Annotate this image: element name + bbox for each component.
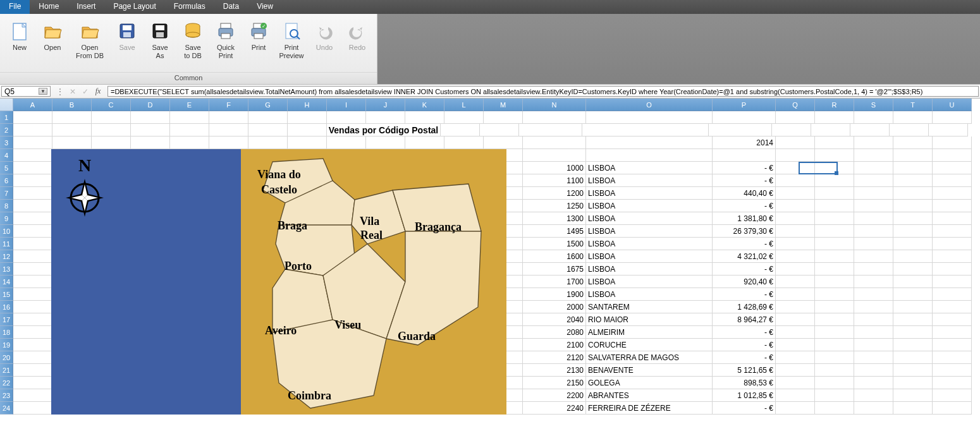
city-cell[interactable]: SANTAREM [586, 301, 713, 313]
city-cell[interactable]: SALVATERRA DE MAGOS [586, 351, 713, 364]
cell[interactable] [327, 136, 366, 149]
col-header-N[interactable]: N [523, 99, 586, 111]
cell[interactable] [854, 225, 893, 238]
cell[interactable] [776, 377, 815, 389]
row-header-5[interactable]: 5 [0, 162, 13, 174]
postal-code-cell[interactable]: 1250 [523, 200, 586, 212]
cell[interactable] [854, 136, 893, 149]
col-header-L[interactable]: L [444, 99, 484, 111]
cell[interactable] [893, 288, 933, 301]
city-cell[interactable]: LISBOA [586, 225, 713, 238]
cell[interactable] [933, 301, 972, 313]
cell[interactable] [92, 111, 131, 124]
cell[interactable] [776, 111, 815, 124]
row-header-2[interactable]: 2 [0, 124, 13, 136]
city-cell[interactable]: BENAVENTE [586, 364, 713, 377]
cell[interactable] [815, 402, 854, 415]
cell[interactable]: 2014 [713, 136, 776, 149]
cell[interactable] [815, 174, 854, 187]
cell[interactable] [933, 111, 972, 124]
cell[interactable] [52, 136, 92, 149]
row-header-23[interactable]: 23 [0, 389, 13, 402]
row-header-7[interactable]: 7 [0, 187, 13, 200]
city-cell[interactable]: ABRANTES [586, 389, 713, 402]
menu-item-view[interactable]: View [248, 0, 282, 14]
cell[interactable] [288, 111, 327, 124]
cell[interactable] [776, 136, 815, 149]
cell[interactable] [933, 389, 972, 402]
cell[interactable] [933, 339, 972, 351]
cell[interactable] [815, 162, 854, 174]
postal-code-cell[interactable]: 2080 [523, 326, 586, 339]
menu-item-formulas[interactable]: Formulas [165, 0, 214, 14]
cell[interactable] [815, 149, 854, 162]
col-header-J[interactable]: J [366, 99, 405, 111]
row-header-20[interactable]: 20 [0, 351, 13, 364]
row-header-4[interactable]: 4 [0, 149, 13, 162]
amount-cell[interactable]: 5 121,65 € [713, 364, 776, 377]
amount-cell[interactable]: 1 012,85 € [713, 389, 776, 402]
cell[interactable] [854, 402, 893, 415]
city-cell[interactable]: LISBOA [586, 238, 713, 250]
cell[interactable] [776, 225, 815, 238]
cell[interactable] [444, 136, 484, 149]
cell[interactable] [776, 339, 815, 351]
row-header-6[interactable]: 6 [0, 174, 13, 187]
cell[interactable] [815, 111, 854, 124]
cell[interactable] [13, 263, 52, 276]
quick-print-button[interactable]: QuickPrint [210, 16, 242, 72]
cell[interactable] [854, 364, 893, 377]
cell[interactable] [893, 136, 933, 149]
cell[interactable] [586, 136, 713, 149]
enter-formula-icon[interactable]: ✓ [81, 87, 90, 96]
cell[interactable] [366, 111, 405, 124]
cell[interactable] [13, 149, 52, 162]
cell[interactable] [776, 250, 815, 263]
cell[interactable] [13, 200, 52, 212]
amount-cell[interactable]: - € [713, 174, 776, 187]
cell[interactable] [893, 276, 933, 288]
cell[interactable] [13, 250, 52, 263]
save-to-db-button[interactable]: Saveto DB [177, 16, 209, 72]
col-header-C[interactable]: C [92, 99, 131, 111]
cell[interactable] [484, 136, 523, 149]
row-header-19[interactable]: 19 [0, 339, 13, 351]
cell[interactable] [815, 389, 854, 402]
cell[interactable] [13, 136, 52, 149]
cell[interactable] [854, 313, 893, 326]
postal-code-cell[interactable]: 2000 [523, 301, 586, 313]
cell[interactable] [815, 187, 854, 200]
col-header-K[interactable]: K [405, 99, 444, 111]
cell[interactable] [523, 111, 586, 124]
cell[interactable] [933, 162, 972, 174]
cell[interactable] [854, 276, 893, 288]
cell[interactable] [13, 313, 52, 326]
cell[interactable] [854, 377, 893, 389]
amount-cell[interactable]: 920,40 € [713, 276, 776, 288]
cell[interactable] [854, 149, 893, 162]
city-cell[interactable]: LISBOA [586, 288, 713, 301]
cell[interactable] [854, 200, 893, 212]
cell[interactable] [248, 136, 288, 149]
menu-item-file[interactable]: File [0, 0, 30, 14]
cell[interactable] [815, 250, 854, 263]
cell[interactable] [933, 250, 972, 263]
cell[interactable] [248, 124, 288, 136]
cell[interactable] [893, 238, 933, 250]
postal-code-cell[interactable]: 2100 [523, 339, 586, 351]
cell[interactable] [854, 174, 893, 187]
amount-cell[interactable]: 8 964,27 € [713, 313, 776, 326]
cell[interactable] [170, 124, 209, 136]
cell[interactable] [815, 238, 854, 250]
cell[interactable] [854, 326, 893, 339]
cell[interactable] [13, 124, 52, 136]
cell[interactable] [893, 225, 933, 238]
row-header-8[interactable]: 8 [0, 200, 13, 212]
cell[interactable] [854, 162, 893, 174]
postal-code-cell[interactable]: 2240 [523, 402, 586, 415]
city-cell[interactable]: LISBOA [586, 162, 713, 174]
print-button[interactable]: ✓Print [243, 16, 274, 72]
cell[interactable] [893, 212, 933, 225]
row-header-1[interactable]: 1 [0, 111, 13, 124]
cell[interactable] [776, 288, 815, 301]
